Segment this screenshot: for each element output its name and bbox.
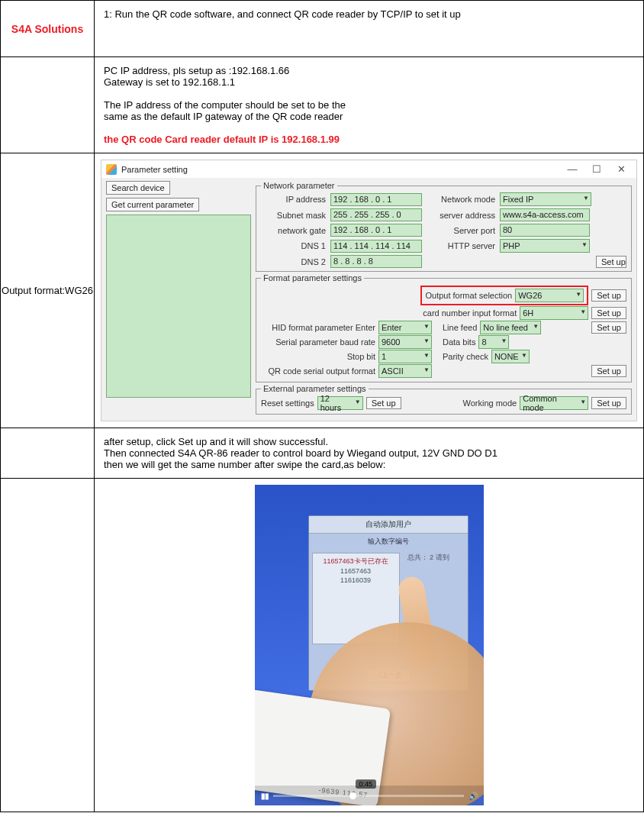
output-format-highlight: Output format selection WG26 (420, 286, 588, 305)
video-controls-bar: ▮▮ (255, 786, 484, 805)
device-list-panel[interactable] (106, 215, 251, 398)
stop-bit-label: Stop bit (261, 352, 375, 361)
dns2-input[interactable]: 8 . 8 . 8 . 8 (330, 255, 422, 268)
subnet-mask-input[interactable]: 255 . 255 . 255 . 0 (330, 208, 422, 221)
search-device-button[interactable]: Search device (106, 181, 170, 195)
network-parameter-group: Network parameter IP address 192 . 168 .… (256, 181, 632, 272)
card-number-format-select[interactable]: 6H (520, 306, 588, 320)
document-table: S4A Solutions 1: Run the QR code softwar… (0, 0, 644, 812)
baud-rate-label: Serial parameter baud rate (261, 337, 375, 347)
format-parameter-group: Format parameter settings Output format … (256, 273, 632, 382)
working-mode-label: Working mode (462, 399, 517, 408)
server-address-label: server address (427, 211, 495, 220)
output-format-setup-button[interactable]: Set up (591, 289, 626, 302)
window-titlebar: Parameter setting — ☐ ✕ (101, 160, 636, 178)
external-parameter-legend: External parameter settings (261, 384, 369, 393)
hid-setup-button[interactable]: Set up (591, 321, 626, 334)
workmode-setup-button[interactable]: Set up (591, 397, 626, 409)
after-setup-line-1: after setup, click Set up and it will sh… (104, 436, 634, 447)
card-number-format-label: card number input format (423, 308, 517, 318)
ip-setup-instructions: PC IP address, pls setup as :192.168.1.6… (95, 57, 643, 153)
network-parameter-legend: Network parameter (261, 181, 337, 190)
output-format-select[interactable]: WG26 (515, 289, 584, 302)
server-port-label: Server port (427, 226, 495, 235)
output-format-selection-label: Output format selection (425, 291, 512, 300)
card-number-1: 11657463 (316, 566, 396, 576)
after-setup-text: after setup, click Set up and it will sh… (95, 428, 643, 478)
server-port-input[interactable]: 80 (500, 224, 590, 237)
card-exists-warning: 11657463卡号已存在 (316, 557, 396, 566)
app-icon (106, 164, 117, 175)
ip-address-label: IP address (261, 195, 326, 204)
line-feed-label: Line feed (443, 323, 477, 332)
demo-video-screenshot: 自动添加用户 输入数字编号 11657463卡号已存在 11657463 116… (255, 485, 484, 805)
network-gate-input[interactable]: 192 . 168 . 0 . 1 (330, 224, 422, 237)
parity-check-select[interactable]: NONE (491, 350, 530, 363)
qr-serial-format-select[interactable]: ASCII (378, 364, 432, 378)
volume-icon[interactable] (469, 792, 478, 800)
gateway-line: Gateway is set to 192.168.1.1 (104, 76, 634, 88)
serial-setup-button[interactable]: Set up (591, 365, 626, 377)
parity-check-label: Parity check (443, 352, 488, 361)
reset-settings-label: Reset settings (261, 399, 314, 408)
default-ip-line: the QR code Card reader default IP is 19… (104, 134, 634, 145)
brand-title: S4A Solutions (11, 23, 83, 35)
reset-settings-select[interactable]: 12 hours (317, 396, 363, 410)
app-input-label: 输入数字编号 (309, 534, 468, 550)
hid-format-label: HID format parameter Enter (261, 323, 375, 332)
stop-bit-select[interactable]: 1 (378, 350, 432, 363)
dns1-label: DNS 1 (261, 241, 326, 250)
network-gate-label: network gate (261, 226, 326, 235)
reset-setup-button[interactable]: Set up (366, 397, 401, 409)
window-title: Parameter setting (121, 165, 188, 174)
dns1-input[interactable]: 114 . 114 . 114 . 114 (330, 240, 422, 253)
baud-rate-select[interactable]: 9600 (378, 335, 432, 349)
line-feed-select[interactable]: No line feed (480, 321, 541, 334)
pc-ip-line: PC IP address, pls setup as :192.168.1.6… (104, 65, 634, 76)
network-mode-select[interactable]: Fixed IP (500, 192, 591, 206)
window-maximize-button[interactable]: ☐ (586, 163, 607, 175)
video-progress-bar[interactable] (273, 795, 464, 797)
card-format-setup-button[interactable]: Set up (591, 307, 626, 319)
working-mode-select[interactable]: Common mode (520, 396, 588, 410)
after-setup-line-2: Then connected S4A QR-86 reader to contr… (104, 447, 634, 459)
format-parameter-legend: Format parameter settings (261, 273, 364, 282)
ip-address-input[interactable]: 192 . 168 . 0 . 1 (330, 193, 422, 206)
get-current-parameter-button[interactable]: Get current parameter (106, 198, 199, 211)
output-format-label: Output format:WG26 (2, 285, 93, 296)
app-window-title: 自动添加用户 (309, 516, 468, 534)
step-1-text: 1: Run the QR code software, and connect… (95, 1, 643, 27)
http-server-select[interactable]: PHP (500, 239, 590, 253)
after-setup-line-3: then we will get the same number after s… (104, 459, 634, 470)
subnet-mask-label: Subnet mask (261, 211, 326, 220)
parameter-setting-window: Parameter setting — ☐ ✕ Search device Ge… (101, 160, 637, 421)
window-minimize-button[interactable]: — (562, 163, 583, 175)
data-bits-select[interactable]: 8 (478, 335, 509, 349)
note-line-2: same as the default IP gateway of the QR… (104, 111, 634, 122)
data-bits-label: Data bits (443, 337, 475, 347)
window-close-button[interactable]: ✕ (610, 163, 632, 175)
pause-icon[interactable]: ▮▮ (261, 792, 269, 800)
external-parameter-group: External parameter settings Reset settin… (256, 384, 632, 415)
card-number-2: 11616039 (316, 576, 396, 586)
network-setup-button[interactable]: Set up (596, 256, 626, 268)
hid-enter-select[interactable]: Enter (378, 321, 432, 334)
dns2-label: DNS 2 (261, 257, 326, 266)
server-address-input[interactable]: www.s4a-access.com (500, 208, 590, 221)
note-line-1: The IP address of the computer should be… (104, 99, 634, 111)
network-mode-label: Network mode (427, 195, 495, 204)
http-server-label: HTTP server (427, 241, 495, 250)
qr-serial-format-label: QR code serial output format (261, 366, 375, 376)
